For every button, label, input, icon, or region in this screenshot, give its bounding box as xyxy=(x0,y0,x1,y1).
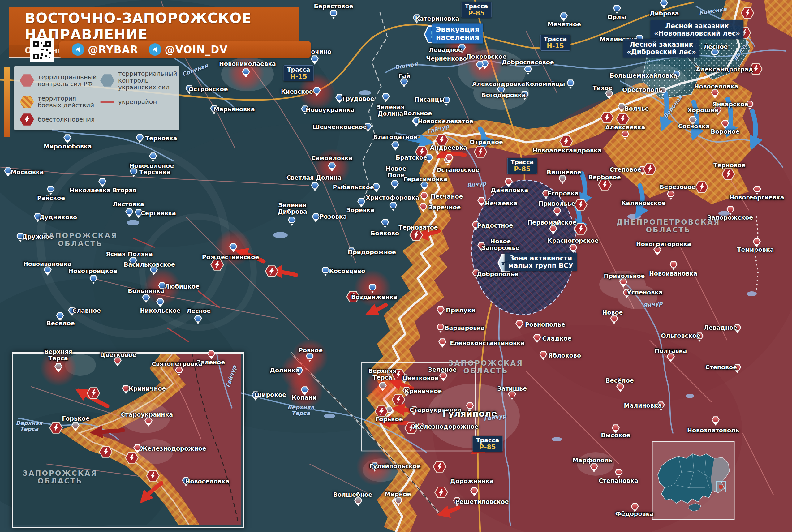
map-legend: территориальный контроль сил РФтерритори… xyxy=(14,66,179,130)
ukraine-minimap xyxy=(652,441,734,520)
legend-item-ua: территориальный контроль украинских сил xyxy=(100,70,171,91)
combat-control-icon xyxy=(20,95,34,108)
legend-item-ru: территориальный контроль сил РФ xyxy=(20,70,100,91)
legend-label: укрепрайон xyxy=(118,98,157,105)
channel-bar: @RYBAR @VOIN_DV xyxy=(59,41,310,58)
ru-control-icon xyxy=(20,74,34,87)
qr-pattern xyxy=(33,40,52,60)
battle-legend-icon xyxy=(20,113,34,126)
legend-label: территория боевых действий xyxy=(38,95,94,109)
channel-handle: @RYBAR xyxy=(88,44,138,56)
legend-item-battle: боестолкновения xyxy=(20,113,100,126)
qr-code xyxy=(30,38,54,62)
channel-voin-dv[interactable]: @VOIN_DV xyxy=(149,43,228,56)
legend-label: территориальный контроль украинских сил xyxy=(118,70,177,91)
channel-handle: @VOIN_DV xyxy=(165,44,228,56)
legend-item-line: укрепрайон xyxy=(100,95,171,109)
channel-rybar[interactable]: @RYBAR xyxy=(72,43,138,56)
war-map: ВОСТОЧНО-ЗАПОРОЖСКОЕ НАПРАВЛЕНИЕ Обстано… xyxy=(0,0,792,532)
fortified-line-icon xyxy=(100,101,114,103)
legend-accent-strip xyxy=(4,66,10,137)
legend-label: территориальный контроль сил РФ xyxy=(38,74,97,87)
ua-control-icon xyxy=(100,74,114,87)
telegram-icon xyxy=(149,43,161,56)
telegram-icon xyxy=(72,43,84,56)
legend-label: боестолкновения xyxy=(38,116,95,123)
legend-item-combat: территория боевых действий xyxy=(20,95,100,109)
